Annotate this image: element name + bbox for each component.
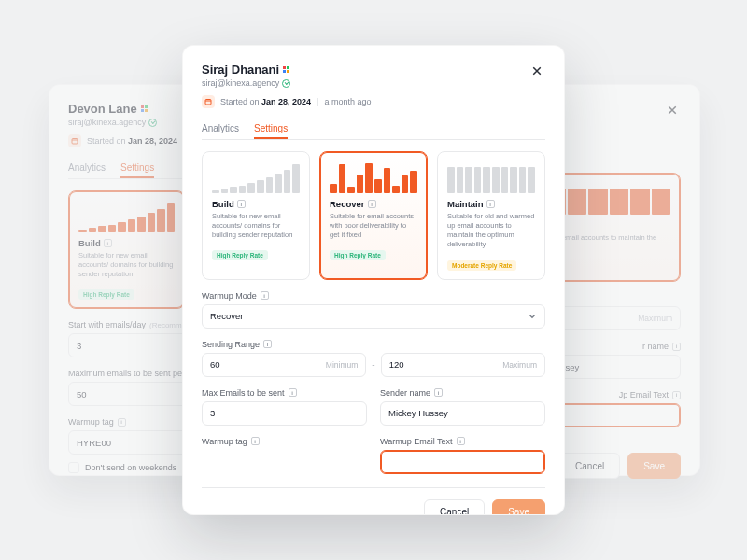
warmup-email-text-input[interactable] xyxy=(380,450,545,474)
grid-icon xyxy=(141,105,148,112)
reply-rate-pill: Moderate Reply Rate xyxy=(447,260,516,271)
sending-range-label: Sending Range xyxy=(202,340,545,349)
dialog-warmup-settings: Siraj Dhanani siraj@kinexa.agency Starte… xyxy=(182,45,565,515)
grid-icon xyxy=(283,66,289,73)
svg-rect-1 xyxy=(205,100,211,105)
info-icon xyxy=(368,200,376,208)
option-desc: Suitable for new email accounts/ domains… xyxy=(212,212,300,240)
bar-chart-build xyxy=(212,161,300,193)
tab-settings[interactable]: Settings xyxy=(254,118,288,139)
info-icon xyxy=(289,388,297,397)
verified-icon xyxy=(148,119,157,127)
option-desc: Suitable for email accounts with poor de… xyxy=(330,212,417,240)
option-card-build[interactable]: Build Suitable for new email accounts/ d… xyxy=(68,190,185,309)
tabs: Analytics Settings xyxy=(202,118,545,140)
cancel-button[interactable]: Cancel xyxy=(424,499,485,516)
bar-chart-recover xyxy=(330,161,417,193)
option-card-recover[interactable]: Recover Suitable for email accounts with… xyxy=(319,151,428,280)
max-emails-label: Max Emails to be sent xyxy=(202,388,367,398)
info-icon xyxy=(672,343,681,351)
close-icon[interactable] xyxy=(664,102,681,119)
chevron-down-icon xyxy=(528,312,537,321)
tab-analytics[interactable]: Analytics xyxy=(68,157,106,178)
dialog-actions: Cancel Save xyxy=(202,487,545,516)
meta-row: Started on Jan 28, 2024 |a month ago xyxy=(202,95,371,108)
tab-settings[interactable]: Settings xyxy=(120,157,154,178)
verified-icon xyxy=(282,79,290,88)
range-min-input[interactable]: 60Minimum xyxy=(202,353,366,377)
sender-name-label: Sender name xyxy=(380,388,545,398)
save-button[interactable]: Save xyxy=(627,453,681,479)
info-icon xyxy=(486,200,495,208)
warmup-mode-select[interactable]: Recover xyxy=(202,304,545,329)
option-card-build[interactable]: Build Suitable for new email accounts/ d… xyxy=(202,151,310,280)
info-icon xyxy=(457,437,465,445)
calendar-icon xyxy=(68,134,81,147)
range-separator: - xyxy=(372,359,374,370)
info-icon xyxy=(434,388,443,397)
option-title: Build xyxy=(212,199,300,209)
close-icon[interactable] xyxy=(529,63,545,79)
warmup-tag-label: Warmup tag xyxy=(202,437,367,446)
sender-name-input[interactable]: Mickey Hussey xyxy=(380,401,545,426)
save-button[interactable]: Save xyxy=(492,499,545,516)
info-icon xyxy=(251,437,260,445)
option-title: Recover xyxy=(330,199,417,209)
reply-rate-pill: High Reply Rate xyxy=(212,250,268,260)
user-name: Siraj Dhanani xyxy=(202,63,371,77)
info-icon xyxy=(261,291,269,300)
bar-chart-build xyxy=(78,201,175,232)
option-title: Maintain xyxy=(447,199,535,209)
info-icon xyxy=(672,391,681,399)
info-icon xyxy=(118,418,126,427)
info-icon xyxy=(104,239,112,247)
option-desc: Suitable for old and warmed up email acc… xyxy=(447,212,535,250)
info-icon xyxy=(237,200,246,208)
info-icon xyxy=(263,340,272,348)
warmup-email-text-label: Warmup Email Text xyxy=(380,437,545,446)
tab-analytics[interactable]: Analytics xyxy=(202,118,239,139)
option-card-maintain[interactable]: Maintain Suitable for old and warmed up … xyxy=(437,151,545,280)
range-max-input[interactable]: 120Maximum xyxy=(381,353,545,377)
reply-rate-pill: High Reply Rate xyxy=(330,250,386,260)
warmup-mode-label: Warmup Mode xyxy=(202,291,545,301)
svg-rect-0 xyxy=(72,139,78,145)
max-emails-input[interactable]: 3 xyxy=(202,401,367,426)
calendar-icon xyxy=(202,95,215,108)
bar-chart-maintain xyxy=(447,161,535,193)
user-email: siraj@kinexa.agency xyxy=(202,78,371,88)
cancel-button[interactable]: Cancel xyxy=(559,453,620,479)
